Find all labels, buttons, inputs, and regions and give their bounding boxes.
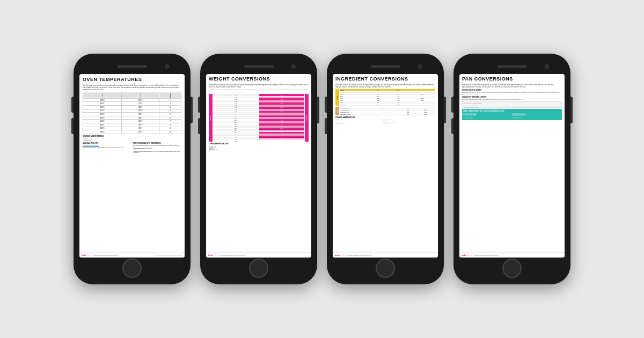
home-button-4[interactable] [502,259,522,278]
abbrev-kg: KILOGRAMS......kg [209,149,309,150]
oven-title: OVEN TEMPERATURES [83,77,181,83]
fats-label-bar: FATS [335,89,339,106]
weight-content: WEIGHT CONVERSIONS Depending on where yo… [206,74,311,258]
volume-down-button [71,118,74,134]
footer-school-4: SCHOOL [467,254,473,256]
teal-content: 30-35 mL or 1/8-1/4 cup per well40-100 m… [463,113,561,119]
oven-inner: OVEN TEMPERATURES Use this chart to conv… [79,74,185,156]
phone-oven: OVEN TEMPERATURES Use this chart to conv… [74,54,191,284]
imperial-bar: IMPERIAL [305,94,309,142]
weight-abbrev-title: COMMON ABBREVIATIONS [209,143,309,145]
ingredient-content: INGREDIENT CONVERSIONS When you bake, if… [333,74,438,258]
power-button-2 [317,97,319,123]
footer-school-3: SCHOOL [340,254,346,256]
phone-oven-device: OVEN TEMPERATURES Use this chart to conv… [74,54,191,284]
camera-2 [291,64,296,69]
phone-bottom-2 [206,258,312,279]
pan-footer: bake SCHOOL Need more baking help? Visit… [459,252,565,258]
imperial-val: 2.2lb [259,138,305,139]
eggs-table-wrapper: LARGE (with shell)50 g2 oz LARGE (w/o sh… [340,107,435,115]
eggs-label: EGGS [336,109,338,113]
tips-link: Get yourself an oven thermometer [83,145,131,146]
fats-table-wrapper: volume g oz 2 cups454 g16 oz1lb 1 [340,89,435,106]
fats-section: FATS volume g oz [335,89,435,106]
eggs-label-bar: EGGS [335,107,339,115]
footer-help-2: Need more baking help? Visit us at bakes… [221,255,245,256]
weight-table-container: METRIC g 7 g 14 g 21 g 43 g 57 g 71 g [209,94,309,142]
table-row: 230°C450°F8 [83,123,181,127]
phone-bottom-bar [79,258,185,279]
weight-note: Note that most kitchen scales are top-lo… [209,89,309,93]
bakeware-link[interactable]: Shop my favourite baking pans [464,105,560,106]
phone-pan: PAN CONVERSIONS Each section of this cha… [453,54,570,284]
weight-subtitle: Depending on where you live, you may be … [209,84,309,88]
volume-up-button [71,97,74,113]
abbrev-item: CUPS......c or C [383,122,428,123]
footer-school-2: SCHOOL [214,254,219,256]
pan-content: PAN CONVERSIONS Each section of this cha… [459,74,565,258]
general-tips-col: GENERAL OVEN TIPS Get yourself an oven t… [83,142,131,153]
vol-up-2 [198,97,200,113]
weight-abbrevs: COMMON ABBREVIATIONS OUNCES......oz POUN… [209,143,309,150]
fats-table: volume g oz 2 cups454 g16 oz1lb 1 [340,89,435,106]
oven-subtitle: Use this chart to convert oven temperatu… [83,84,181,91]
table-row: 175°C350°F4 [83,109,181,113]
pan-size-item: Mini muffin pan (3-4" × 1.75")Standard m… [513,113,561,116]
metric-val: 1 kg [213,140,259,142]
abbrev-item: KILOGRAMS......kg [335,122,380,123]
phone-top-bar [79,59,185,74]
oven-screen: OVEN TEMPERATURES Use this chart to conv… [79,74,185,258]
oven-abbreviations: COMMON ABBREVIATIONS CELSIUS......°C FAH… [83,135,181,141]
weight-title: WEIGHT CONVERSIONS [209,77,309,82]
table-row: 200°C400°F6 [83,116,181,120]
ing-abbrev-title: COMMON ABBREVIATIONS [335,116,435,119]
ingredient-screen: INGREDIENT CONVERSIONS When you bake, if… [333,74,438,258]
vol-up-3 [325,97,327,113]
general-tips-title: GENERAL OVEN TIPS [83,142,131,144]
bakeware-box: BAKEWARE I RECOMMEND Shop my favourite b… [462,101,562,108]
pan-size-item: up to 250 mL or 1 cupup to 500 mL or 2 c… [463,117,512,119]
phone-top-4 [459,59,565,74]
example-text: If a recipe recommends baking at 350 °F … [133,151,182,153]
home-button-2[interactable] [249,259,268,278]
speaker-2 [244,65,274,68]
speaker-3 [371,65,400,68]
main-scene: OVEN TEMPERATURES Use this chart to conv… [0,0,644,338]
vol-up-4 [451,97,453,113]
footer-help-3: Need more baking help? Visit us at bakes… [347,255,372,256]
pan-size-item: 30-35 mL or 1/8-1/4 cup per well40-100 m… [463,113,512,116]
pan-subtitle: Each section of this chart corresponds t… [462,84,562,88]
ingredient-footer: bake SCHOOL Need more baking help? Visit… [333,252,438,258]
phone-ingredient: INGREDIENT CONVERSIONS When you bake, if… [327,54,444,284]
convection-tip: · drop the temperature by 25 °F (15 °C) [133,148,182,149]
camera [165,64,169,69]
how-to-title: HOW TO USE THIS CHART: [462,89,562,91]
how-to-section: HOW TO USE THIS CHART: When a recipe cal… [462,89,562,95]
teal-box-title: SOME LESS COMMON BUT USEFUL PAN CONVERSI… [463,110,561,112]
home-button[interactable] [122,259,142,278]
scaling-text: If you need to scale up or down a recipe… [462,99,562,100]
oven-footer: bake SCHOOL Need more baking help? Visit… [79,252,185,258]
imperial-values: oz ¼ oz ½ oz ¾ oz 1½ oz 2 oz 2½ oz 3 oz … [259,94,305,142]
home-button-3[interactable] [376,259,395,278]
table-row: LARGE EGG WHITE30 g2 tbsp [340,113,435,115]
oven-abbrev-title: COMMON ABBREVIATIONS [83,135,181,137]
table-row: 190°C375°F5 [83,113,181,116]
bakeware-title: BAKEWARE I RECOMMEND [464,103,560,105]
footer-logo-4: bake [462,254,466,256]
speaker [118,65,147,68]
how-to-text: When a recipe calls for a pan size that … [462,92,562,95]
footer-help-4: Need more baking help? Visit us at bakes… [474,255,499,256]
weight-inner: WEIGHT CONVERSIONS Depending on where yo… [206,74,311,152]
ingredient-inner: INGREDIENT CONVERSIONS When you bake, if… [333,74,438,126]
oven-content: OVEN TEMPERATURES Use this chart to conv… [79,74,185,258]
tips-text: so that you can confirm your oven is pre… [83,146,131,148]
convection-tips-title: TIPS FOR BAKING WITH CONVECTION [133,142,182,144]
pan-screen: PAN CONVERSIONS Each section of this cha… [459,74,565,258]
phone-top-2 [206,59,312,74]
col-imperial: imperial [122,92,159,98]
scaling-section: SCALING UP OR DOWN A RECIPE If you need … [462,96,562,100]
col-gasmark: gas mark [159,92,181,98]
footer-affiliate: *As an Amazon Associate I earn from qual… [155,255,182,256]
power-button-4 [570,97,573,123]
